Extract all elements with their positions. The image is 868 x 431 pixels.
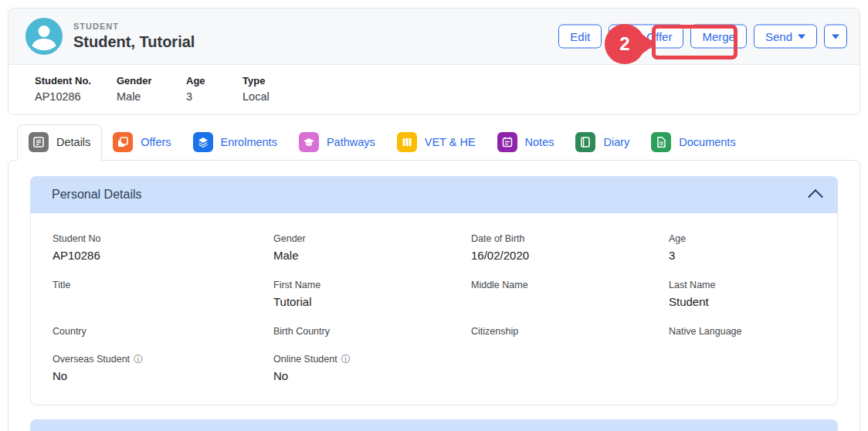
tab-diary[interactable]: Diary xyxy=(565,125,640,160)
tab-documents[interactable]: Documents xyxy=(640,125,746,160)
field-online-student: Online Student ⓘ No xyxy=(273,354,471,383)
tab-details[interactable]: Details xyxy=(17,124,102,161)
avatar xyxy=(25,18,63,55)
field-first-name: First Name Tutorial xyxy=(273,280,471,309)
field-date-of-birth: Date of Birth 16/02/2020 xyxy=(471,233,669,263)
merge-button[interactable]: Merge xyxy=(690,25,747,49)
field-citizenship: Citizenship xyxy=(471,326,669,337)
summary-gender: Gender Male xyxy=(117,75,186,103)
edit-button[interactable]: Edit xyxy=(558,25,602,49)
student-summary-bar: Student No. AP10286 Gender Male Age 3 Ty… xyxy=(8,65,860,114)
person-icon xyxy=(25,18,63,55)
field-last-name: Last Name Student xyxy=(669,280,815,309)
personal-details-section-body: Student No AP10286 Gender Male Date of B… xyxy=(30,213,838,406)
chevron-down-icon xyxy=(832,34,839,39)
annotation-step-number: 2 xyxy=(619,33,629,55)
annotation-step-marker: 2 xyxy=(605,24,645,64)
field-student-no: Student No AP10286 xyxy=(53,233,273,263)
tab-pathways[interactable]: Pathways xyxy=(288,125,386,160)
page-title: Student, Tutorial xyxy=(73,33,195,51)
tab-notes[interactable]: Notes xyxy=(487,125,565,160)
tab-enrolments[interactable]: Enrolments xyxy=(182,125,288,160)
copy-icon xyxy=(113,132,133,152)
more-actions-button[interactable] xyxy=(824,25,847,49)
field-birth-country: Birth Country xyxy=(273,326,471,337)
send-button-label: Send xyxy=(765,30,792,43)
chevron-up-icon[interactable] xyxy=(808,189,823,205)
summary-student-no: Student No. AP10286 xyxy=(35,75,117,103)
book-icon xyxy=(575,132,595,152)
layers-icon xyxy=(193,132,213,152)
entity-label: STUDENT xyxy=(73,22,195,31)
student-header-card: STUDENT Student, Tutorial Edit New Offer… xyxy=(8,8,860,115)
personal-details-section-header[interactable]: Personal Details xyxy=(30,176,838,213)
passport-details-section-header[interactable]: Passport Details xyxy=(30,419,838,431)
article-icon xyxy=(29,132,49,152)
info-icon[interactable]: ⓘ xyxy=(341,355,351,364)
event-note-icon xyxy=(497,132,517,152)
summary-age: Age 3 xyxy=(186,75,242,103)
info-icon[interactable]: ⓘ xyxy=(134,355,143,364)
section-title: Personal Details xyxy=(52,188,142,202)
field-overseas-student: Overseas Student ⓘ No xyxy=(53,354,273,383)
field-gender: Gender Male xyxy=(273,233,471,263)
graduation-cap-icon xyxy=(299,132,319,152)
field-native-language: Native Language xyxy=(669,326,815,337)
tab-bar: Details Offers Enrolments Pathways VET &… xyxy=(17,124,860,160)
field-title: Title xyxy=(53,280,273,309)
field-country: Country xyxy=(53,326,273,337)
chevron-down-icon xyxy=(798,34,805,39)
personal-details-grid: Student No AP10286 Gender Male Date of B… xyxy=(53,233,815,383)
student-header: STUDENT Student, Tutorial Edit New Offer… xyxy=(8,8,860,65)
document-icon xyxy=(651,132,671,152)
columns-icon xyxy=(397,132,417,152)
summary-type: Type Local xyxy=(242,75,270,103)
header-actions: Edit New Offer Merge Send xyxy=(558,25,847,49)
details-tab-panel: Personal Details Student No AP10286 Gend… xyxy=(8,160,860,431)
field-age: Age 3 xyxy=(669,233,815,263)
send-button[interactable]: Send xyxy=(754,25,817,49)
tab-vet-he[interactable]: VET & HE xyxy=(386,125,487,160)
tab-offers[interactable]: Offers xyxy=(102,125,181,160)
field-middle-name: Middle Name xyxy=(471,280,669,309)
